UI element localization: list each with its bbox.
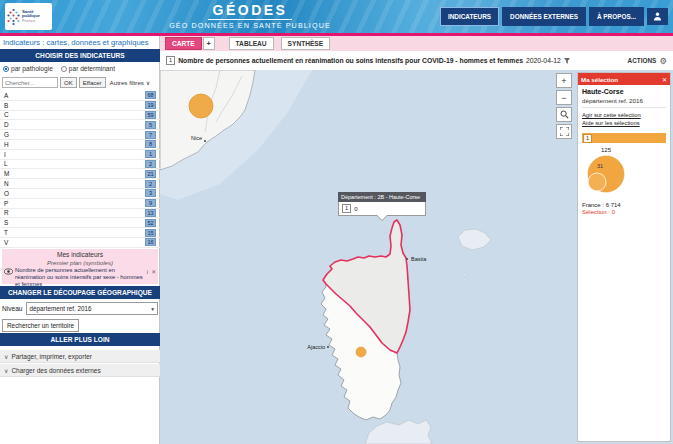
expand-icon <box>560 127 569 136</box>
indicator-title: Nombre de personnes actuellement en réan… <box>178 57 523 64</box>
close-icon[interactable]: ✕ <box>662 76 667 83</box>
nav-a-propos[interactable]: À PROPOS... <box>589 7 644 26</box>
accessibility-button[interactable] <box>647 8 668 25</box>
letter-count-badge: 21 <box>145 170 156 178</box>
map-viewport[interactable]: Nice Bastia Ajaccio Département : 2B - H… <box>160 70 673 444</box>
tooltip-header: Département : 2B - Haute-Corse <box>338 192 426 202</box>
level-row: Niveau département ref. 2016 ▾ <box>2 302 158 315</box>
level-select[interactable]: département ref. 2016 ▾ <box>26 302 158 315</box>
city-label-nice: Nice <box>191 135 202 141</box>
letter-count-badge: 16 <box>145 238 156 246</box>
zoom-search-button[interactable] <box>556 107 572 122</box>
full-extent-button[interactable] <box>556 124 572 139</box>
selection-title: Ma sélection <box>581 76 618 83</box>
letter-row-l[interactable]: L2 <box>0 160 160 170</box>
date-filter-icon[interactable] <box>564 58 570 64</box>
search-input[interactable] <box>2 77 58 88</box>
tooltip-arrow <box>377 215 387 220</box>
more-filters-toggle[interactable]: Autres filtres ∨ <box>110 79 151 86</box>
app-subtitle: GÉO DONNÉES EN SANTÉ PUBLIQUE <box>130 21 370 30</box>
search-ok-button[interactable]: OK <box>60 77 77 88</box>
zoom-out-button[interactable]: − <box>556 90 572 105</box>
letter-label: A <box>4 92 8 99</box>
letter-label: G <box>4 131 9 138</box>
zoom-in-button[interactable]: + <box>556 73 572 88</box>
letter-row-r[interactable]: R13 <box>0 209 160 219</box>
radio-par-determinant[interactable]: par déterminant <box>61 65 115 72</box>
letter-row-m[interactable]: M21 <box>0 169 160 179</box>
search-territory-button[interactable]: Rechercher un territoire <box>2 319 79 332</box>
go-further-banner[interactable]: ALLER PLUS LOIN <box>0 333 160 346</box>
accordion-label: Partager, imprimer, exporter <box>11 353 92 360</box>
radio-par-pathologie[interactable]: par pathologie <box>3 65 53 72</box>
indicator-date[interactable]: 2020-04-12 <box>526 57 561 64</box>
sante-publique-france-logo[interactable]: Santé publique France <box>5 3 52 30</box>
info-icon[interactable]: i <box>147 269 148 275</box>
tooltip-index-badge: 1 <box>342 204 351 213</box>
accordion-external-data[interactable]: ∨Charger des données externes <box>0 364 160 377</box>
tab-synthese[interactable]: SYNTHÈSE <box>281 37 331 50</box>
app-brand: GÉODES GÉO DONNÉES EN SANTÉ PUBLIQUE <box>130 1 370 30</box>
letter-count-badge: 52 <box>145 219 156 227</box>
my-indicator-item[interactable]: Nombre de personnes actuellement en réan… <box>15 267 145 288</box>
radio-selected-icon <box>3 66 9 72</box>
letter-label: V <box>4 239 8 246</box>
letter-row-a[interactable]: A68 <box>0 91 160 101</box>
indicator-strip: 1 Nombre de personnes actuellement en ré… <box>160 51 673 70</box>
letter-row-h[interactable]: H8 <box>0 140 160 150</box>
add-view-button[interactable]: + <box>203 37 215 50</box>
change-geography-banner[interactable]: CHANGER LE DÉCOUPAGE GÉOGRAPHIQUE <box>0 286 160 299</box>
letter-row-v[interactable]: V16 <box>0 238 160 248</box>
sidebar-title: Indicateurs : cartes, données et graphiq… <box>3 38 149 47</box>
accordion-share-export[interactable]: ∨Partager, imprimer, exporter <box>0 350 160 363</box>
letter-label: T <box>4 229 8 236</box>
search-clear-button[interactable]: Effacer <box>79 77 106 88</box>
letter-label: D <box>4 121 9 128</box>
letter-row-b[interactable]: B19 <box>0 101 160 111</box>
left-sidebar: Indicateurs : cartes, données et graphiq… <box>0 36 160 444</box>
letter-count-badge: 19 <box>145 101 156 109</box>
letter-count-badge: 8 <box>145 140 156 148</box>
letter-label: S <box>4 219 8 226</box>
letter-row-o[interactable]: O3 <box>0 189 160 199</box>
view-tabbar: CARTE + TABLEAU SYNTHÈSE <box>160 36 673 51</box>
letter-label: B <box>4 102 8 109</box>
letter-count-badge: 59 <box>145 111 156 119</box>
symbol-circle-corse-du-sud[interactable] <box>356 347 366 357</box>
letter-row-p[interactable]: P9 <box>0 199 160 209</box>
selection-panel-header: Ma sélection ✕ <box>578 73 670 85</box>
letter-row-t[interactable]: T15 <box>0 228 160 238</box>
main-area: CARTE + TABLEAU SYNTHÈSE 1 Nombre de per… <box>160 36 673 444</box>
letter-count-badge: 68 <box>145 91 156 99</box>
tab-carte[interactable]: CARTE <box>165 37 202 50</box>
nav-donnees-externes[interactable]: DONNÉES EXTERNES <box>502 7 586 26</box>
symbol-circle-alpes-maritimes[interactable] <box>189 94 213 118</box>
remove-indicator-icon[interactable]: ✕ <box>151 269 156 275</box>
legend-selection-total: Sélection : 0 <box>582 209 666 215</box>
letter-count-badge: 5 <box>145 121 156 129</box>
nav-indicateurs[interactable]: INDICATEURS <box>440 7 499 26</box>
radio-pathologie-label: par pathologie <box>11 65 53 72</box>
eye-icon[interactable] <box>4 268 13 275</box>
letter-row-s[interactable]: S52 <box>0 218 160 228</box>
tab-tableau[interactable]: TABLEAU <box>229 37 274 50</box>
letter-row-d[interactable]: D5 <box>0 120 160 130</box>
filter-mode-radios: par pathologie par déterminant <box>3 65 115 72</box>
chevron-down-icon: ∨ <box>4 368 8 374</box>
letter-row-n[interactable]: N2 <box>0 179 160 189</box>
legend-mid-value: 31 <box>597 163 603 169</box>
letter-label: M <box>4 170 9 177</box>
actions-menu-button[interactable]: ACTIONS ⚙ <box>628 56 667 66</box>
letter-row-g[interactable]: G7 <box>0 130 160 140</box>
letter-row-c[interactable]: C59 <box>0 111 160 121</box>
legend-france-total: France : 6 714 <box>582 202 666 208</box>
symbol-legend: 1 125 31 France : 6 714 Sélection : 0 <box>582 133 666 215</box>
letter-label: O <box>4 190 9 197</box>
act-on-selection-link[interactable]: Agir sur cette sélection <box>582 112 666 118</box>
letter-row-i[interactable]: I1 <box>0 150 160 160</box>
selection-help-link[interactable]: Aide sur les sélections <box>582 120 666 126</box>
legend-max-value: 125 <box>601 147 612 153</box>
ajaccio-dot <box>327 346 329 348</box>
nice-dot <box>204 140 206 142</box>
choose-indicators-banner[interactable]: CHOISIR DES INDICATEURS <box>0 49 160 62</box>
